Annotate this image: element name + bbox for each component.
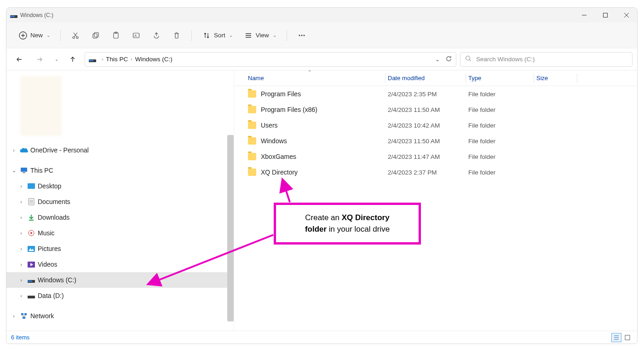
share-icon [152, 31, 161, 40]
svg-rect-31 [28, 183, 35, 189]
folder-icon [248, 169, 256, 176]
more-icon [297, 31, 306, 40]
breadcrumb-root[interactable]: This PC [106, 56, 128, 63]
file-row[interactable]: Program Files (x86)2/4/2023 11:50 AMFile… [234, 102, 637, 117]
svg-rect-26 [89, 60, 93, 61]
breadcrumb-current[interactable]: Windows (C:) [135, 56, 172, 63]
folder-icon [248, 122, 256, 129]
share-button[interactable] [148, 28, 165, 43]
paste-button[interactable] [108, 28, 124, 43]
status-items: 6 items [11, 334, 29, 341]
tree-label: Documents [38, 198, 70, 205]
view-button[interactable]: View ⌄ [240, 28, 280, 43]
cut-button[interactable] [67, 28, 84, 43]
view-large-button[interactable] [622, 333, 632, 342]
sidebar-item-network[interactable]: › Network [6, 308, 234, 324]
sidebar-quick-access-blurred [20, 76, 62, 136]
column-divider[interactable] [577, 73, 577, 83]
svg-rect-1 [10, 16, 15, 17]
column-size[interactable]: Size [536, 75, 573, 82]
sidebar-item-documents[interactable]: › Documents [6, 194, 234, 210]
sort-button[interactable]: Sort ⌄ [198, 28, 236, 43]
monitor-icon [19, 167, 29, 174]
desktop-icon [27, 183, 36, 189]
tree-label: Network [30, 312, 54, 320]
minimize-button[interactable] [574, 8, 595, 23]
maximize-button[interactable] [595, 8, 616, 23]
chevron-down-icon: ⌄ [273, 33, 276, 38]
search-icon [465, 55, 472, 63]
column-divider[interactable] [466, 73, 466, 83]
file-type: File folder [468, 122, 536, 129]
file-row[interactable]: XQ Directory2/4/2023 2:37 PMFile folder [234, 164, 637, 180]
column-date[interactable]: Date modified [388, 75, 468, 82]
sidebar-item-desktop[interactable]: › Desktop [6, 178, 234, 194]
drive-icon [89, 57, 96, 62]
breadcrumb[interactable]: › This PC › Windows (C:) ⌄ [85, 52, 456, 67]
sidebar-item-thispc[interactable]: ⌄ This PC [6, 163, 234, 178]
toolbar: New ⌄ A Sort ⌄ View ⌄ [6, 23, 637, 48]
content-pane: ⌃ Name Date modified Type Size Program F… [234, 70, 637, 331]
view-label: View [256, 32, 269, 39]
svg-point-23 [301, 35, 302, 36]
sidebar-item-downloads[interactable]: › Downloads [6, 210, 234, 225]
navigation-bar: ⌄ › This PC › Windows (C:) ⌄ Search Wind… [6, 48, 637, 70]
tree-label: OneDrive - Personal [30, 146, 89, 154]
music-icon [27, 230, 36, 236]
sidebar-item-videos[interactable]: › Videos [6, 257, 234, 272]
file-type: File folder [468, 138, 536, 145]
column-name[interactable]: Name [248, 75, 388, 82]
new-button[interactable]: New ⌄ [15, 28, 54, 43]
svg-rect-44 [28, 296, 35, 298]
search-input[interactable]: Search Windows (C:) [460, 52, 632, 67]
column-divider[interactable] [534, 73, 534, 83]
sidebar-item-drive-d[interactable]: › Data (D:) [6, 288, 234, 303]
sidebar-item-pictures[interactable]: › Pictures [6, 241, 234, 257]
column-divider[interactable] [385, 73, 385, 83]
close-button[interactable] [616, 8, 637, 23]
svg-rect-14 [94, 32, 98, 37]
svg-point-27 [466, 56, 470, 60]
sort-icon [202, 31, 211, 40]
sidebar-item-drive-c[interactable]: › Windows (C:) [6, 272, 234, 288]
titlebar: Windows (C:) [6, 8, 637, 23]
file-row[interactable]: Windows2/4/2023 11:50 AMFile folder [234, 133, 637, 149]
sort-label: Sort [214, 32, 225, 39]
folder-icon [248, 137, 256, 145]
svg-rect-45 [21, 313, 23, 315]
divider [287, 30, 287, 41]
back-button[interactable] [11, 51, 28, 68]
view-details-button[interactable] [611, 333, 621, 342]
new-icon [18, 31, 28, 40]
file-row[interactable]: Users2/4/2023 10:42 AMFile folder [234, 117, 637, 133]
tree-label: This PC [30, 167, 53, 174]
copy-button[interactable] [87, 28, 104, 43]
column-type[interactable]: Type [468, 75, 536, 82]
sidebar-item-onedrive[interactable]: › OneDrive - Personal [6, 142, 234, 158]
file-row[interactable]: XboxGames2/4/2023 11:47 AMFile folder [234, 149, 637, 164]
forward-button[interactable] [31, 51, 48, 68]
videos-icon [27, 262, 36, 268]
up-button[interactable] [64, 51, 81, 68]
svg-line-28 [470, 60, 471, 61]
file-row[interactable]: Program Files2/4/2023 2:35 PMFile folder [234, 86, 637, 102]
delete-button[interactable] [168, 28, 185, 43]
sidebar-item-music[interactable]: › Music [6, 225, 234, 241]
file-type: File folder [468, 91, 536, 98]
file-name: XQ Directory [261, 169, 388, 176]
chevron-down-icon: ⌄ [229, 33, 233, 38]
chevron-down-icon[interactable]: ⌄ [435, 56, 440, 63]
recent-button[interactable]: ⌄ [52, 51, 61, 68]
folder-icon [248, 106, 256, 113]
chevron-right-icon: › [10, 147, 17, 153]
refresh-button[interactable] [445, 55, 452, 64]
drive-icon [27, 293, 36, 298]
svg-point-37 [30, 232, 32, 234]
file-date: 2/4/2023 2:35 PM [388, 91, 468, 98]
file-date: 2/4/2023 10:42 AM [388, 122, 468, 129]
network-icon [19, 313, 29, 319]
delete-icon [172, 31, 181, 40]
sidebar-scrollbar[interactable] [227, 135, 234, 321]
rename-button[interactable]: A [128, 28, 144, 43]
more-button[interactable] [293, 28, 310, 43]
